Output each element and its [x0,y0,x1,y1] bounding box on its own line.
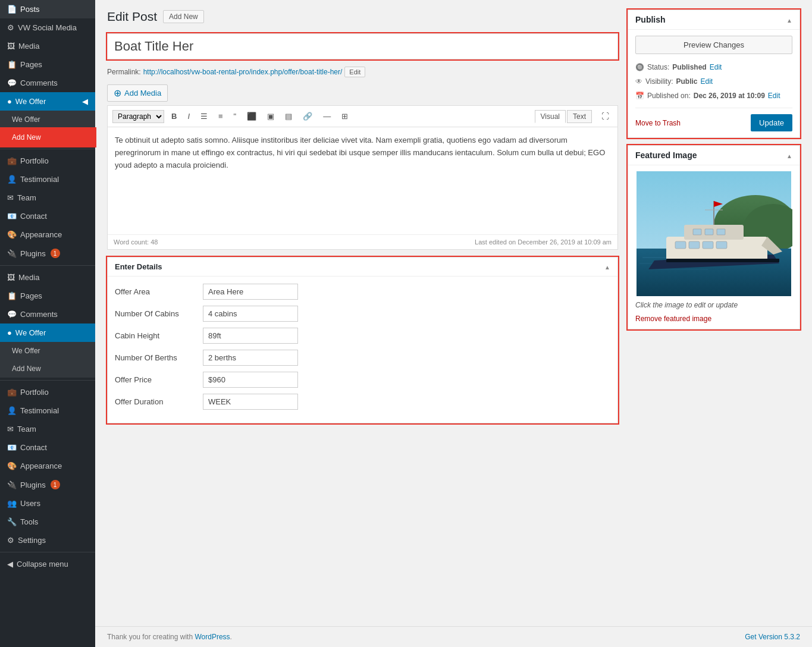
meta-row-offer-price: Offer Price [115,372,610,388]
add-media-button[interactable]: ⊕ Add Media [107,84,168,102]
unordered-list-button[interactable]: ☰ [197,109,211,123]
publish-box-header: Publish [628,10,800,30]
enter-details-title: Enter Details [115,262,162,271]
calendar-icon: 📅 [635,92,644,100]
visual-tab[interactable]: Visual [535,110,566,123]
enter-details-header[interactable]: Enter Details [108,257,617,277]
sidebar-subitem-add-new-b[interactable]: Add New [0,360,95,378]
sidebar-item-posts[interactable]: 📄 Posts [0,0,95,18]
svg-rect-11 [716,241,727,249]
sidebar-item-label: Contact [20,212,47,221]
sidebar-item-contact[interactable]: 📧 Contact [0,207,95,225]
align-right-button[interactable]: ▤ [281,109,296,123]
team-icon: ✉ [7,193,14,202]
featured-image-header: Featured Image [628,146,800,165]
sidebar-item-we-offer[interactable]: ● We Offer ◀ [0,92,95,111]
featured-image-thumbnail[interactable] [635,171,792,296]
offer-area-input[interactable] [203,284,298,300]
offer-price-input[interactable] [203,372,298,388]
we-offer2-icon: ● [7,328,12,337]
align-center-button[interactable]: ▣ [264,109,278,123]
link-button[interactable]: 🔗 [299,109,316,123]
sidebar-item-users[interactable]: 👥 Users [0,494,95,513]
sidebar-item-team[interactable]: ✉ Team [0,189,95,207]
add-new-button[interactable]: Add New [163,10,204,23]
wordpress-link[interactable]: WordPress [195,633,230,641]
offer-area-label: Offer Area [115,287,198,296]
remove-featured-image-button[interactable]: Remove featured image [635,315,711,323]
sidebar-item-label: Tools [20,517,38,526]
meta-row-offer-area: Offer Area [115,284,610,300]
preview-changes-button[interactable]: Preview Changes [635,36,792,54]
sidebar-item-pages2[interactable]: 📋 Pages [0,287,95,305]
sidebar-item-comments2[interactable]: 💬 Comments [0,305,95,324]
permalink-edit-button[interactable]: Edit [344,67,365,77]
sidebar-item-collapse[interactable]: ◀ Collapse menu [0,555,95,573]
add-new-sub-label: Add New [12,133,41,142]
sidebar-item-appearance2[interactable]: 🎨 Appearance [0,457,95,475]
offer-price-label: Offer Price [115,375,198,384]
num-berths-input[interactable] [203,350,298,366]
sidebar-item-tools[interactable]: 🔧 Tools [0,513,95,531]
main-column: Edit Post Add New Permalink: http://loca… [107,10,618,617]
blockquote-button[interactable]: " [230,109,240,123]
portfolio-icon: 💼 [7,156,17,165]
editor-footer: Word count: 48 Last edited on December 2… [108,234,617,249]
sidebar-item-comments[interactable]: 💬 Comments [0,74,95,92]
sidebar-item-vw-social-media[interactable]: ⚙ VW Social Media [0,18,95,37]
sidebar-item-settings[interactable]: ⚙ Settings [0,531,95,549]
team2-icon: ✉ [7,425,14,434]
status-edit-link[interactable]: Edit [710,63,722,71]
paragraph-format-select[interactable]: Paragraph Heading 1 Heading 2 [112,110,164,123]
update-button[interactable]: Update [751,114,792,131]
sidebar-item-portfolio2[interactable]: 💼 Portfolio [0,383,95,401]
sidebar-item-testimonial[interactable]: 👤 Testimonial [0,170,95,189]
sidebar-subitem-add-new[interactable]: Add New [0,128,95,146]
get-version-link[interactable]: Get Version 5.3.2 [745,633,800,641]
visibility-edit-link[interactable]: Edit [700,77,713,86]
sidebar-subitem-we-offer-b[interactable]: We Offer [0,342,95,360]
ordered-list-button[interactable]: ≡ [215,109,227,123]
footer-thank-you: Thank you for creating with [107,633,193,641]
published-edit-link[interactable]: Edit [768,92,780,100]
testimonial-icon: 👤 [7,175,17,184]
page-heading: Edit Post Add New [107,10,618,24]
sidebar-item-we-offer2[interactable]: ● We Offer [0,324,95,342]
sidebar-item-plugins[interactable]: 🔌 Plugins 1 [0,244,95,263]
text-tab[interactable]: Text [567,110,592,123]
sidebar-item-appearance[interactable]: 🎨 Appearance [0,225,95,244]
sidebar-item-testimonial2[interactable]: 👤 Testimonial [0,401,95,420]
offer-duration-input[interactable] [203,394,298,410]
post-title-input[interactable] [107,33,618,59]
sidebar-item-pages[interactable]: 📋 Pages [0,55,95,74]
permalink-url[interactable]: http://localhost/vw-boat-rental-pro/inde… [143,68,343,76]
publish-actions: Move to Trash Update [635,108,792,131]
toolbar-toggle-button[interactable]: ⊞ [338,109,352,123]
sidebar-item-media[interactable]: 🖼 Media [0,37,95,55]
italic-button[interactable]: I [184,109,193,123]
sidebar-item-label: Team [17,425,36,434]
sidebar-item-media2[interactable]: 🖼 Media [0,268,95,287]
editor-view-tabs: Visual Text [535,110,592,123]
visibility-label: Visibility: [645,77,673,86]
editor-box: Paragraph Heading 1 Heading 2 B I ☰ ≡ " … [107,105,618,250]
align-left-button[interactable]: ⬛ [243,109,260,123]
cabin-height-input[interactable] [203,328,298,344]
num-cabins-input[interactable] [203,306,298,322]
bold-button[interactable]: B [168,109,180,123]
featured-image-title: Featured Image [635,150,697,160]
move-to-trash-button[interactable]: Move to Trash [635,119,681,127]
sidebar-item-plugins2[interactable]: 🔌 Plugins 1 [0,475,95,494]
fullscreen-button[interactable]: ⛶ [598,109,613,123]
sidebar-item-portfolio[interactable]: 💼 Portfolio [0,152,95,170]
sidebar-item-contact2[interactable]: 📧 Contact [0,438,95,457]
sidebar-subitem-we-offer[interactable]: We Offer [0,111,95,128]
sidebar-item-team2[interactable]: ✉ Team [0,420,95,438]
more-button[interactable]: — [319,109,334,123]
editor-content[interactable]: Te obtinuit ut adepto satis somno. Aliis… [108,127,617,234]
publish-box: Publish Preview Changes 🔘 Status: Publis… [628,10,800,138]
right-column: Publish Preview Changes 🔘 Status: Publis… [628,10,800,617]
meta-row-offer-duration: Offer Duration [115,394,610,410]
svg-rect-9 [689,241,700,249]
sidebar-item-label: Team [17,193,36,202]
